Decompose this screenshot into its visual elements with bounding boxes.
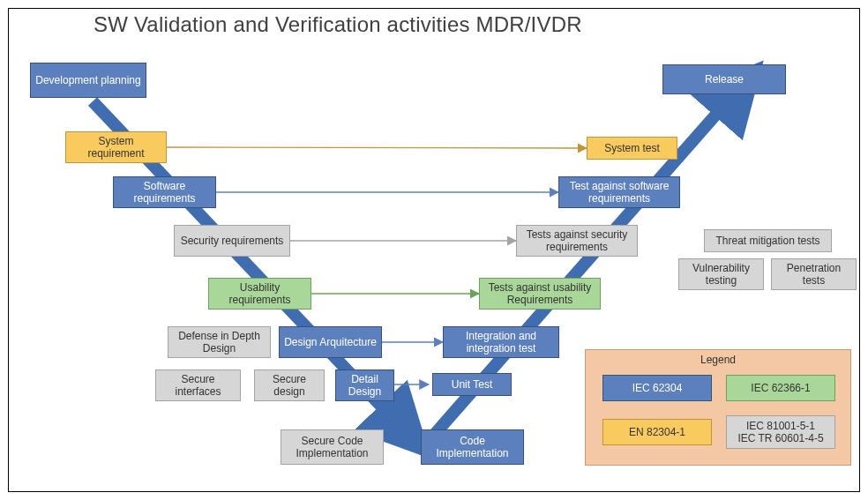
node-release: Release [662, 64, 786, 94]
node-software-tests: Test against software requirements [558, 176, 680, 208]
node-security-tests: Tests against security requirements [516, 225, 638, 257]
node-development-planning: Development planning [30, 63, 146, 98]
node-secure-code-impl: Secure Code Implementation [281, 429, 384, 465]
node-usability-requirements: Usability requirements [208, 278, 311, 310]
node-unit-test: Unit Test [432, 373, 512, 396]
node-detail-design: Detail Design [335, 369, 394, 401]
node-system-test: System test [587, 137, 677, 160]
legend-en82304: EN 82304-1 [602, 419, 712, 445]
diagram-title: SW Validation and Verification activitie… [94, 12, 582, 37]
node-secure-design: Secure design [254, 369, 325, 401]
legend-title: Legend [700, 354, 736, 366]
node-usability-tests: Tests against usability Requirements [479, 278, 601, 310]
node-software-requirements: Software requirements [113, 176, 216, 208]
node-penetration-tests: Penetration tests [771, 258, 857, 290]
node-design-architecture: Design Arquitecture [279, 326, 382, 358]
diagram-canvas: SW Validation and Verification activitie… [0, 0, 868, 500]
node-security-requirements: Security requirements [174, 225, 290, 257]
legend-panel: Legend IEC 62304 IEC 62366-1 EN 82304-1 … [585, 349, 851, 466]
node-defense-in-depth: Defense in Depth Design [168, 326, 271, 358]
node-code-implementation: Code Implementation [421, 429, 524, 465]
node-integration-test: Integration and integration test [443, 326, 559, 358]
legend-iec62304: IEC 62304 [602, 375, 712, 401]
legend-iec62366: IEC 62366-1 [726, 375, 835, 401]
node-system-requirement: System requirement [65, 131, 167, 163]
node-secure-interfaces: Secure interfaces [155, 369, 241, 401]
node-vulnerability-testing: Vulnerability testing [678, 258, 764, 290]
legend-iec81001: IEC 81001-5-1 IEC TR 60601-4-5 [726, 415, 835, 449]
node-threat-mitigation: Threat mitigation tests [704, 229, 832, 252]
